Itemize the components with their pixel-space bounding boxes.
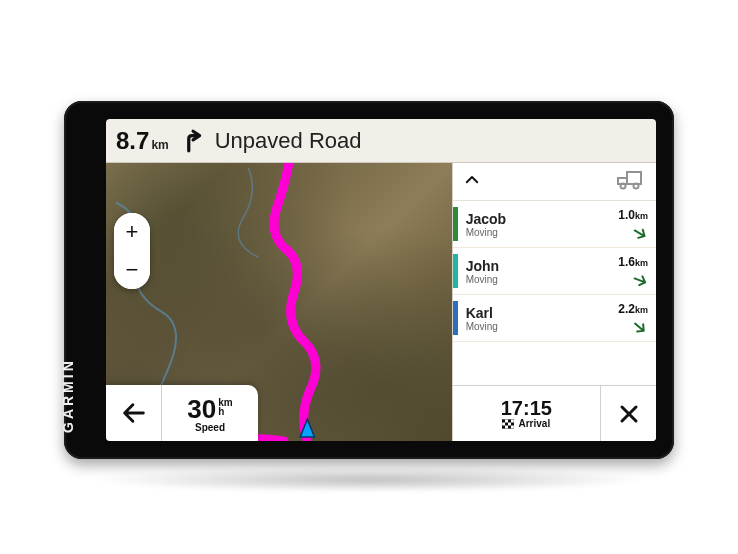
device-shadow	[90, 468, 648, 492]
svg-point-3	[621, 183, 626, 188]
svg-rect-8	[511, 422, 514, 425]
riders-list: JacobMoving1.0kmJohnMoving1.6kmKarlMovin…	[453, 201, 656, 385]
rider-distance-block: 1.6km	[598, 255, 648, 287]
arrival-label: Arrival	[502, 418, 550, 429]
rider-distance-block: 2.2km	[598, 302, 648, 334]
side-panel-header	[453, 163, 656, 201]
rider-distance: 1.6km	[618, 255, 648, 269]
navigation-bar[interactable]: 8.7 km Unpaved Road	[106, 119, 656, 163]
zoom-controls: + −	[114, 213, 150, 289]
svg-rect-9	[502, 425, 505, 428]
screen: 8.7 km Unpaved Road	[106, 119, 656, 441]
rider-status: Moving	[466, 321, 590, 332]
brand-logo: GARMIN	[60, 358, 76, 433]
svg-point-4	[634, 183, 639, 188]
rider-color-bar	[453, 207, 458, 241]
next-turn-distance: 8.7 km	[116, 127, 169, 155]
svg-rect-1	[627, 172, 641, 184]
arrival-label-text: Arrival	[518, 418, 550, 429]
speed-value: 30	[187, 396, 216, 422]
rider-info: JohnMoving	[466, 258, 590, 285]
close-button[interactable]	[600, 386, 656, 441]
distance-unit: km	[151, 138, 168, 152]
arrival-time: 17:15	[501, 398, 552, 418]
rider-distance: 1.0km	[618, 208, 648, 222]
svg-rect-7	[505, 422, 508, 425]
rv-profile-icon	[616, 169, 646, 191]
speed-unit-bottom: h	[218, 407, 232, 416]
zoom-in-button[interactable]: +	[114, 213, 150, 251]
direction-arrow-icon	[632, 271, 648, 287]
rider-status: Moving	[466, 227, 590, 238]
rider-color-bar	[453, 254, 458, 288]
rider-name: Jacob	[466, 211, 590, 227]
speed-panel[interactable]: 30 km h Speed	[162, 385, 258, 441]
zoom-out-button[interactable]: −	[114, 251, 150, 289]
arrival-panel[interactable]: 17:15 Arrival	[453, 386, 600, 441]
close-icon	[617, 402, 641, 426]
main-area: + − 30 km h	[106, 163, 656, 441]
rider-info: KarlMoving	[466, 305, 590, 332]
collapse-panel-button[interactable]	[463, 171, 481, 193]
side-footer: 17:15 Arrival	[453, 385, 656, 441]
svg-rect-6	[508, 419, 511, 422]
road-name: Unpaved Road	[215, 128, 362, 154]
flag-icon	[502, 419, 514, 429]
rider-row[interactable]: JacobMoving1.0km	[453, 201, 656, 248]
side-panel: JacobMoving1.0kmJohnMoving1.6kmKarlMovin…	[452, 163, 656, 441]
direction-arrow-icon	[632, 224, 648, 240]
rider-info: JacobMoving	[466, 211, 590, 238]
direction-arrow-icon	[632, 318, 648, 334]
stage: GARMIN 8.7 km Unpaved Road	[0, 0, 738, 554]
rider-status: Moving	[466, 274, 590, 285]
device-bezel: GARMIN 8.7 km Unpaved Road	[64, 101, 674, 459]
speed-label: Speed	[195, 422, 225, 433]
rider-color-bar	[453, 301, 458, 335]
bottom-left-panel: 30 km h Speed	[106, 385, 258, 441]
rider-distance: 2.2km	[618, 302, 648, 316]
speed-value-row: 30 km h	[187, 396, 232, 422]
distance-value: 8.7	[116, 127, 149, 155]
rider-distance-block: 1.0km	[598, 208, 648, 240]
speed-unit: km h	[218, 398, 232, 416]
svg-rect-10	[508, 425, 511, 428]
rider-row[interactable]: KarlMoving2.2km	[453, 295, 656, 342]
back-button[interactable]	[106, 385, 162, 441]
rider-row[interactable]: JohnMoving1.6km	[453, 248, 656, 295]
arrow-left-icon	[120, 399, 148, 427]
rider-name: Karl	[466, 305, 590, 321]
turn-right-icon	[179, 128, 205, 154]
svg-rect-5	[502, 419, 505, 422]
map-view[interactable]: + − 30 km h	[106, 163, 452, 441]
vehicle-profile-button[interactable]	[616, 169, 646, 195]
rider-name: John	[466, 258, 590, 274]
chevron-up-icon	[463, 171, 481, 189]
